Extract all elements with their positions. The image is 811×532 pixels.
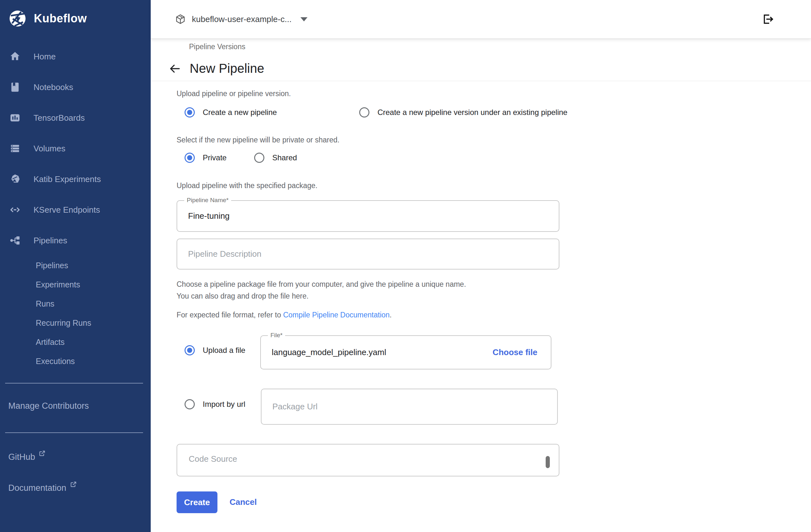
- sidebar-link-label: Documentation: [8, 483, 66, 493]
- radio-import-by-url[interactable]: [185, 399, 195, 409]
- home-icon: [10, 51, 20, 62]
- subnav-item-runs[interactable]: Runs: [0, 294, 151, 313]
- radio-label[interactable]: Import by url: [203, 400, 245, 409]
- kubeflow-logo-text: Kubeflow: [34, 12, 87, 25]
- help-text-line2: You can also drag and drop the file here…: [177, 291, 308, 301]
- katib-icon: [10, 174, 20, 185]
- code-source-field: [177, 444, 560, 476]
- radio-label[interactable]: Shared: [272, 153, 297, 162]
- pipeline-name-field: Pipeline Name*: [177, 200, 560, 232]
- breadcrumb[interactable]: Pipeline Versions: [189, 42, 245, 51]
- namespace-value: kubeflow-user-example-c...: [192, 14, 291, 24]
- cancel-button[interactable]: Cancel: [230, 497, 257, 507]
- sidebar-item-notebooks[interactable]: Notebooks: [0, 72, 151, 103]
- subnav-item-recurring-runs[interactable]: Recurring Runs: [0, 313, 151, 332]
- subnav-item-label: Executions: [36, 357, 75, 366]
- file-format-suffix: .: [389, 311, 392, 319]
- kubeflow-app-window: Kubeflow Home Notebooks TensorBoards: [0, 0, 811, 532]
- code-source-input[interactable]: [177, 444, 559, 476]
- tensorboard-icon: [10, 112, 20, 123]
- pipelines-icon: [10, 235, 20, 246]
- radio-shared[interactable]: [254, 153, 264, 163]
- scrollbar-thumb[interactable]: [546, 456, 550, 468]
- kubeflow-logo-icon: [8, 9, 27, 28]
- external-link-icon: [70, 481, 77, 488]
- sidebar-link-documentation[interactable]: Documentation: [8, 483, 77, 493]
- radio-label[interactable]: Create a new pipeline: [203, 108, 277, 117]
- subnav-item-label: Experiments: [36, 280, 80, 289]
- choose-file-button[interactable]: Choose file: [493, 336, 537, 369]
- sidebar-item-label: TensorBoards: [33, 113, 85, 123]
- chevron-down-icon: [301, 17, 307, 21]
- subnav-item-pipelines[interactable]: Pipelines: [0, 256, 151, 275]
- external-link-icon: [39, 450, 45, 457]
- back-arrow-icon[interactable]: [169, 62, 181, 75]
- radio-label[interactable]: Create a new pipeline version under an e…: [378, 108, 567, 117]
- package-cube-icon: [175, 14, 185, 24]
- sidebar-item-label: Home: [33, 52, 56, 62]
- namespace-selector[interactable]: kubeflow-user-example-c...: [175, 0, 307, 38]
- subnav-item-experiments[interactable]: Experiments: [0, 275, 151, 294]
- radio-upload-a-file[interactable]: [185, 345, 195, 355]
- package-url-input[interactable]: [261, 389, 557, 424]
- sidebar-item-manage-contributors[interactable]: Manage Contributors: [8, 401, 89, 411]
- help-text-line1: Choose a pipeline package file from your…: [177, 279, 466, 289]
- package-label: Upload pipeline with the specified packa…: [177, 181, 317, 190]
- pipeline-description-input[interactable]: [177, 239, 559, 269]
- file-field: File* Choose file: [260, 335, 551, 369]
- pipelines-subnav: Pipelines Experiments Runs Recurring Run…: [0, 256, 151, 371]
- sidebar-divider: [5, 383, 143, 383]
- sidebar-item-label: Pipelines: [33, 235, 67, 246]
- file-format-note: For expected file format, refer to Compi…: [177, 310, 392, 320]
- sidebar-item-kserve-endpoints[interactable]: KServe Endpoints: [0, 195, 151, 225]
- radio-private[interactable]: [185, 153, 195, 163]
- sidebar-divider: [5, 432, 143, 433]
- sidebar-item-tensorboards[interactable]: TensorBoards: [0, 103, 151, 133]
- sidebar-item-label: Notebooks: [33, 82, 73, 92]
- volumes-icon: [10, 143, 20, 154]
- pipeline-description-field: [177, 239, 560, 270]
- sidebar-item-label: KServe Endpoints: [33, 205, 100, 215]
- notebook-icon: [10, 82, 20, 93]
- visibility-radio-group: Private Shared: [185, 152, 316, 163]
- subnav-item-label: Runs: [36, 299, 54, 308]
- top-bar: kubeflow-user-example-c...: [151, 0, 811, 39]
- subnav-item-label: Recurring Runs: [36, 318, 91, 328]
- sidebar-nav: Home Notebooks TensorBoards Volumes: [0, 37, 151, 371]
- sidebar-link-github[interactable]: GitHub: [8, 452, 45, 462]
- sidebar-item-katib-experiments[interactable]: Katib Experiments: [0, 164, 151, 195]
- subnav-item-executions[interactable]: Executions: [0, 352, 151, 371]
- compile-pipeline-documentation-link[interactable]: Compile Pipeline Documentation: [283, 311, 390, 319]
- subnav-item-artifacts[interactable]: Artifacts: [0, 332, 151, 352]
- radio-label[interactable]: Private: [203, 153, 227, 162]
- upload-type-label: Upload pipeline or pipeline version.: [177, 89, 291, 98]
- sidebar-item-label: Volumes: [33, 144, 65, 154]
- radio-create-new-version[interactable]: [359, 107, 369, 118]
- page-title: New Pipeline: [190, 60, 264, 76]
- import-url-radio-row: Import by url: [185, 399, 264, 410]
- kserve-icon: [10, 204, 20, 215]
- sidebar-item-home[interactable]: Home: [0, 41, 151, 72]
- sidebar: Kubeflow Home Notebooks TensorBoards: [0, 0, 151, 532]
- sidebar-item-pipelines[interactable]: Pipelines: [0, 225, 151, 256]
- visibility-label: Select if the new pipeline will be priva…: [177, 135, 339, 145]
- package-url-field: [261, 389, 558, 425]
- title-divider: [151, 81, 811, 81]
- upload-file-radio-row: Upload a file: [185, 345, 264, 356]
- subnav-item-label: Pipelines: [36, 261, 68, 270]
- sidebar-link-label: GitHub: [8, 452, 35, 462]
- sidebar-item-label: Katib Experiments: [33, 174, 101, 184]
- pipeline-name-input[interactable]: [177, 201, 559, 231]
- radio-label[interactable]: Upload a file: [203, 346, 245, 355]
- create-button[interactable]: Create: [177, 491, 217, 513]
- sidebar-item-volumes[interactable]: Volumes: [0, 133, 151, 164]
- subnav-item-label: Artifacts: [36, 337, 64, 347]
- file-format-prefix: For expected file format, refer to: [177, 311, 283, 319]
- new-pipeline-page: Pipeline Versions New Pipeline Upload pi…: [151, 39, 811, 532]
- radio-create-new-pipeline[interactable]: [185, 107, 195, 118]
- logout-icon[interactable]: [762, 13, 774, 25]
- pipeline-type-radio-group: Create a new pipeline Create a new pipel…: [185, 107, 586, 118]
- kubeflow-logo: Kubeflow: [0, 0, 151, 37]
